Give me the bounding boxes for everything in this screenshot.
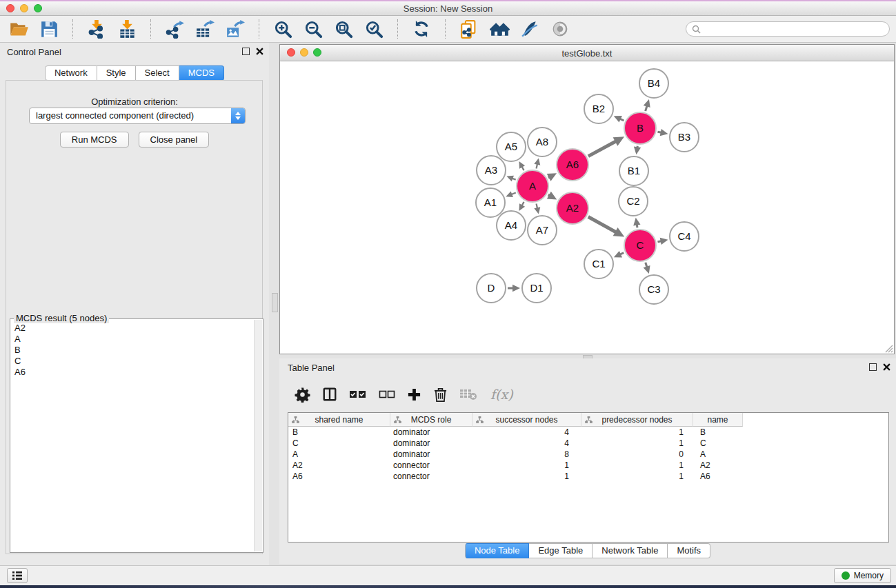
- tab-mcds[interactable]: MCDS: [179, 65, 224, 81]
- graph-node-A8[interactable]: A8: [528, 128, 557, 156]
- table-row[interactable]: Adominator80A: [288, 449, 888, 460]
- run-mcds-button[interactable]: Run MCDS: [60, 132, 129, 148]
- column-header-predecessor-nodes[interactable]: predecessor nodes: [581, 413, 693, 427]
- graph-node-B1[interactable]: B1: [619, 156, 648, 185]
- table-cell[interactable]: A: [693, 449, 743, 459]
- open-session-icon[interactable]: [8, 19, 29, 39]
- table-cell[interactable]: C: [693, 438, 743, 448]
- table-cell[interactable]: 1: [581, 460, 693, 470]
- select-all-icon[interactable]: [349, 389, 367, 400]
- network-window-titlebar[interactable]: testGlobe.txt: [280, 45, 894, 61]
- table-cell[interactable]: A6: [288, 472, 390, 481]
- table-cell[interactable]: A6: [693, 472, 743, 481]
- result-scrollbar[interactable]: [254, 320, 262, 551]
- graph-node-A[interactable]: A: [517, 170, 548, 202]
- table-cell[interactable]: dominator: [390, 449, 472, 459]
- main-titlebar[interactable]: Session: New Session: [0, 1, 896, 16]
- table-cell[interactable]: C: [288, 438, 390, 448]
- column-header-name[interactable]: name: [693, 413, 743, 427]
- graph-node-D[interactable]: D: [477, 274, 506, 303]
- graph-node-D1[interactable]: D1: [522, 274, 551, 303]
- table-row[interactable]: A6connector11A6: [288, 471, 888, 482]
- delete-column-trash-icon[interactable]: [433, 387, 448, 403]
- column-header-successor-nodes[interactable]: successor nodes: [472, 413, 581, 427]
- mcds-result-item[interactable]: A2: [10, 323, 254, 334]
- network-canvas[interactable]: B4B2BB3A8A5A6A3B1AC2A1A2A4A7C4CC1DD1C3: [280, 61, 894, 354]
- table-settings-gear-icon[interactable]: [295, 387, 310, 403]
- graph-node-B[interactable]: B: [624, 112, 656, 144]
- table-cell[interactable]: A2: [288, 460, 390, 470]
- resize-grip-icon[interactable]: [884, 344, 893, 353]
- table-cell[interactable]: 1: [581, 472, 693, 481]
- table-cell[interactable]: 4: [472, 438, 581, 448]
- table-cell[interactable]: 0: [581, 449, 693, 459]
- tab-select[interactable]: Select: [136, 65, 179, 81]
- graph-node-C2[interactable]: C2: [619, 187, 648, 216]
- graph-node-C4[interactable]: C4: [670, 222, 699, 251]
- new-network-from-selection-icon[interactable]: [459, 19, 479, 39]
- table-cell[interactable]: A2: [693, 460, 743, 470]
- graph-node-A1[interactable]: A1: [476, 188, 505, 217]
- save-session-icon[interactable]: [39, 19, 59, 39]
- close-panel-button[interactable]: Close panel: [139, 132, 210, 148]
- table-cell[interactable]: 4: [472, 427, 581, 437]
- search-field[interactable]: [686, 21, 890, 37]
- table-cell[interactable]: 1: [472, 460, 581, 470]
- import-table-icon[interactable]: [117, 19, 137, 39]
- table-cell[interactable]: B: [693, 427, 743, 437]
- graph-node-B2[interactable]: B2: [584, 94, 613, 123]
- tab-network[interactable]: Network: [45, 65, 97, 81]
- graph-edge-A2-C[interactable]: [588, 217, 617, 232]
- table-row[interactable]: Cdominator41C: [288, 438, 888, 449]
- tab-edge-table[interactable]: Edge Table: [529, 543, 593, 558]
- mcds-result-item[interactable]: A6: [10, 367, 254, 378]
- graph-node-A7[interactable]: A7: [528, 216, 557, 245]
- table-cell[interactable]: dominator: [390, 427, 472, 437]
- deselect-all-icon[interactable]: [379, 390, 395, 399]
- add-column-plus-icon[interactable]: [407, 387, 421, 402]
- graph-node-A6[interactable]: A6: [557, 149, 588, 181]
- refresh-view-icon[interactable]: [411, 19, 432, 39]
- graph-node-A5[interactable]: A5: [497, 132, 526, 161]
- graph-node-A4[interactable]: A4: [497, 211, 526, 240]
- graph-node-C1[interactable]: C1: [584, 250, 613, 278]
- export-table-icon[interactable]: [195, 19, 215, 39]
- zoom-out-icon[interactable]: [303, 19, 323, 39]
- memory-button[interactable]: Memory: [834, 568, 891, 583]
- table-float-panel-icon[interactable]: [869, 363, 877, 371]
- search-input[interactable]: [704, 23, 889, 34]
- graph-node-A2[interactable]: A2: [557, 192, 588, 224]
- export-image-icon[interactable]: [225, 19, 246, 39]
- vertical-split-handle[interactable]: [272, 293, 278, 312]
- show-graphics-details-eye-icon[interactable]: [550, 19, 570, 39]
- mcds-result-item[interactable]: A: [10, 334, 254, 345]
- graph-node-B4[interactable]: B4: [639, 69, 668, 98]
- table-cell[interactable]: 8: [472, 449, 581, 459]
- float-panel-icon[interactable]: [242, 48, 250, 55]
- tab-network-table[interactable]: Network Table: [593, 543, 668, 558]
- close-panel-icon[interactable]: [256, 48, 263, 55]
- graph-node-C[interactable]: C: [624, 230, 656, 261]
- table-cell[interactable]: connector: [390, 472, 472, 481]
- table-row[interactable]: Bdominator41B: [288, 427, 888, 438]
- tab-motifs[interactable]: Motifs: [668, 543, 710, 558]
- graph-edge-A6-B[interactable]: [588, 141, 616, 156]
- table-cell[interactable]: A: [288, 449, 390, 459]
- tab-node-table[interactable]: Node Table: [465, 543, 530, 558]
- graph-node-A3[interactable]: A3: [477, 156, 506, 185]
- table-cell[interactable]: 1: [472, 472, 581, 481]
- table-row[interactable]: A2connector11A2: [288, 460, 888, 471]
- tab-style[interactable]: Style: [97, 65, 136, 81]
- export-network-icon[interactable]: [164, 19, 185, 39]
- table-cell[interactable]: dominator: [390, 438, 472, 448]
- table-cell[interactable]: B: [288, 427, 390, 437]
- mcds-result-item[interactable]: C: [10, 356, 254, 367]
- zoom-fit-icon[interactable]: [333, 19, 354, 39]
- graph-node-C3[interactable]: C3: [639, 275, 668, 304]
- show-panel-list-button[interactable]: [7, 568, 28, 583]
- zoom-in-icon[interactable]: [272, 19, 293, 39]
- vizmap-icon[interactable]: [519, 19, 540, 39]
- table-cell[interactable]: connector: [390, 460, 472, 470]
- home-icon[interactable]: [489, 19, 510, 39]
- mcds-result-item[interactable]: B: [10, 345, 254, 356]
